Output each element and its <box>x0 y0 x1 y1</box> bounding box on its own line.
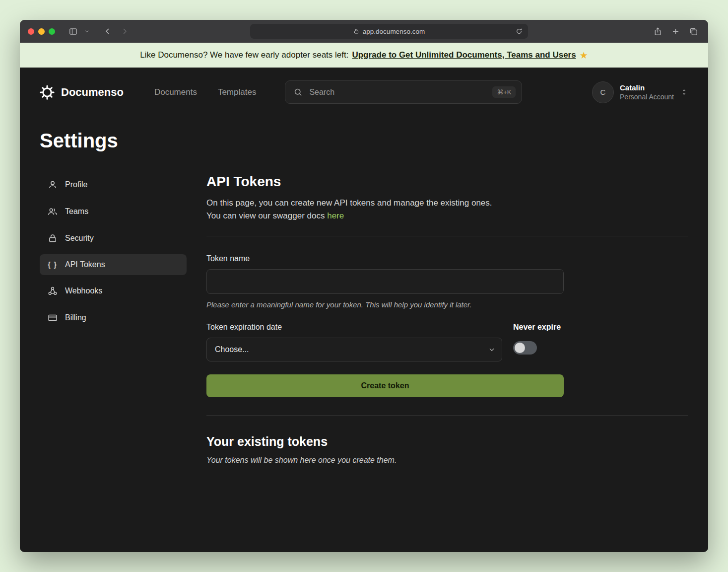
token-name-label: Token name <box>206 254 688 263</box>
users-icon <box>48 207 58 216</box>
never-expire-toggle[interactable] <box>513 341 537 355</box>
traffic-lights <box>28 28 55 35</box>
user-icon <box>48 180 58 190</box>
tab-overview-icon[interactable] <box>686 24 700 38</box>
existing-tokens-heading: Your existing tokens <box>206 434 688 449</box>
webhook-icon <box>48 286 58 296</box>
upgrade-link[interactable]: Upgrade to Get Unlimited Documents, Team… <box>352 50 576 60</box>
sidebar-item-label: Profile <box>65 180 87 189</box>
chevrons-up-down-icon <box>680 88 688 96</box>
section-description: On this page, you can create new API tok… <box>206 197 688 223</box>
braces-icon: { } <box>48 261 58 269</box>
account-name: Catalin <box>620 83 674 92</box>
toggle-knob <box>515 343 525 353</box>
sidebar-item-label: Teams <box>65 207 88 216</box>
page-title: Settings <box>40 130 688 152</box>
promo-banner: Like Documenso? We have few early adopte… <box>20 43 708 68</box>
sidebar-item-label: Security <box>65 234 94 243</box>
new-tab-icon[interactable] <box>668 24 682 38</box>
sidebar-item-teams[interactable]: Teams <box>40 201 187 222</box>
url-bar[interactable]: app.documenso.com <box>250 24 528 39</box>
existing-tokens-empty-text: Your tokens will be shown here once you … <box>206 456 688 465</box>
section-heading: API Tokens <box>206 174 688 190</box>
brand-home-link[interactable]: Documenso <box>40 85 124 100</box>
sidebar-item-api-tokens[interactable]: { } API Tokens <box>40 254 187 275</box>
close-window-button[interactable] <box>28 28 34 35</box>
refresh-icon[interactable] <box>513 25 525 37</box>
sidebar-toggle-icon[interactable] <box>66 24 80 38</box>
forward-button[interactable] <box>118 24 132 38</box>
brand-name: Documenso <box>61 86 124 99</box>
divider <box>206 236 688 236</box>
chevron-down-icon <box>488 346 496 354</box>
nav-templates[interactable]: Templates <box>218 87 256 97</box>
sidebar-menu-chevron-icon[interactable] <box>83 24 91 38</box>
search-icon <box>293 87 303 97</box>
nav-documents[interactable]: Documents <box>154 87 197 97</box>
expiration-select[interactable]: Choose... <box>206 338 502 361</box>
token-name-hint: Please enter a meaningful name for your … <box>206 300 688 309</box>
browser-titlebar: app.documenso.com <box>20 20 708 43</box>
documenso-logo-icon <box>40 85 55 100</box>
star-icon: ★ <box>580 50 588 61</box>
sidebar-item-profile[interactable]: Profile <box>40 174 187 196</box>
sidebar-item-security[interactable]: Security <box>40 227 187 249</box>
search-box[interactable]: ⌘+K <box>285 80 522 104</box>
sidebar-item-label: Webhooks <box>65 286 102 295</box>
main-nav: Documents Templates <box>154 87 256 97</box>
avatar: C <box>592 81 614 103</box>
back-button[interactable] <box>101 24 115 38</box>
divider <box>206 415 688 416</box>
create-token-button[interactable]: Create token <box>206 374 564 397</box>
sidebar-item-label: API Tokens <box>65 260 105 269</box>
banner-text: Like Documenso? We have few early adopte… <box>140 50 348 60</box>
api-tokens-panel: API Tokens On this page, you can create … <box>206 174 688 465</box>
minimize-window-button[interactable] <box>38 28 45 35</box>
security-lock-icon <box>48 233 58 243</box>
share-icon[interactable] <box>651 24 664 38</box>
app-page: Documenso Documents Templates ⌘+K C Cata… <box>20 68 708 552</box>
settings-sidebar: Profile Teams Security { } API Token <box>40 174 187 465</box>
search-input[interactable] <box>308 87 487 97</box>
never-expire-label: Never expire <box>513 323 561 332</box>
expiration-label: Token expiration date <box>206 323 502 332</box>
browser-window: app.documenso.com Like Documenso? We hav… <box>20 20 708 552</box>
token-name-input[interactable] <box>206 269 564 294</box>
credit-card-icon <box>48 313 58 323</box>
account-menu[interactable]: C Catalin Personal Account <box>592 81 688 103</box>
account-type: Personal Account <box>620 93 674 101</box>
sidebar-item-webhooks[interactable]: Webhooks <box>40 280 187 302</box>
sidebar-item-label: Billing <box>65 313 86 322</box>
description-line1: On this page, you can create new API tok… <box>206 198 492 208</box>
zoom-window-button[interactable] <box>49 28 55 35</box>
expiration-select-value: Choose... <box>215 345 249 354</box>
description-line2: You can view our swagger docs <box>206 211 325 220</box>
existing-tokens-section: Your existing tokens Your tokens will be… <box>206 434 688 465</box>
sidebar-item-billing[interactable]: Billing <box>40 307 187 329</box>
lock-icon <box>353 28 359 34</box>
swagger-docs-link[interactable]: here <box>327 211 344 220</box>
url-text: app.documenso.com <box>363 28 425 35</box>
search-shortcut-badge: ⌘+K <box>492 86 516 98</box>
app-header: Documenso Documents Templates ⌘+K C Cata… <box>20 68 708 104</box>
